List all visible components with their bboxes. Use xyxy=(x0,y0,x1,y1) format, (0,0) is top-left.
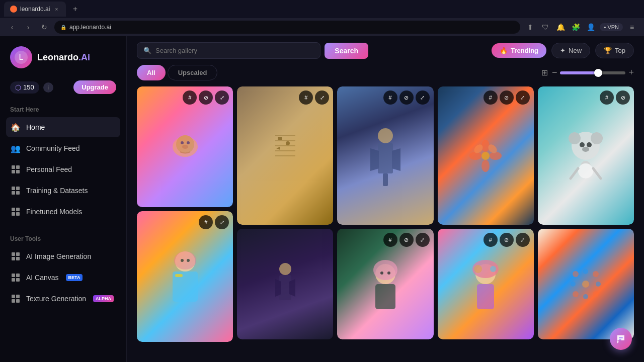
refresh-btn[interactable]: ↻ xyxy=(38,21,50,33)
svg-rect-51 xyxy=(375,284,395,309)
remix-btn-6[interactable]: # xyxy=(383,233,397,247)
image-card-lion[interactable]: # ⊘ ⤢ xyxy=(137,86,233,207)
svg-point-35 xyxy=(187,259,190,262)
image-card-hieroglyph[interactable]: # ⤢ xyxy=(237,86,333,225)
home-label: Home xyxy=(26,123,45,131)
zoom-thumb xyxy=(594,69,602,77)
search-icon: 🔍 xyxy=(143,47,151,54)
expand-btn-3[interactable]: ⤢ xyxy=(416,90,430,105)
extensions-icon[interactable]: 🧩 xyxy=(570,21,582,33)
forward-btn[interactable]: › xyxy=(22,21,34,33)
all-filter-tab[interactable]: All xyxy=(137,65,166,80)
remix-btn-3[interactable]: # xyxy=(383,90,397,105)
sidebar-item-finetuned[interactable]: Finetuned Models xyxy=(6,202,120,222)
remix-btn-7[interactable]: # xyxy=(484,233,498,247)
chat-bubble[interactable] xyxy=(610,328,632,350)
expand-btn-7[interactable]: ⤢ xyxy=(516,233,530,247)
remix-btn-2[interactable]: # xyxy=(299,90,313,105)
search-button[interactable]: Search xyxy=(325,43,368,59)
svg-point-28 xyxy=(181,141,184,144)
sidebar: L Leonardo.Ai ⬡ 150 i Upgrade Start Here… xyxy=(0,36,127,362)
style-btn-1[interactable]: ⊘ xyxy=(199,90,213,105)
style-btn-7[interactable]: ⊘ xyxy=(500,233,514,247)
image-card-warrior[interactable]: # ⊘ ⤢ xyxy=(337,86,433,225)
svg-rect-9 xyxy=(16,191,20,195)
address-bar[interactable]: 🔒 app.leonardo.ai xyxy=(54,21,520,34)
svg-point-53 xyxy=(387,272,390,275)
expand-btn-4[interactable]: ⤢ xyxy=(516,90,530,105)
notification-icon[interactable]: 🔔 xyxy=(554,21,567,33)
remix-btn-5[interactable]: # xyxy=(199,215,213,229)
new-button[interactable]: ✦ New xyxy=(551,43,590,58)
profile-icon[interactable]: 👤 xyxy=(585,21,597,33)
sidebar-item-personal-feed[interactable]: Personal Feed xyxy=(6,159,120,179)
style-btn-k[interactable]: ⊘ xyxy=(616,90,630,105)
search-input[interactable] xyxy=(155,47,314,54)
browser-chrome: leonardo.ai × + ‹ › ↻ 🔒 app.leonardo.ai … xyxy=(0,0,644,36)
tab-favicon xyxy=(10,6,17,13)
sidebar-item-ai-image[interactable]: AI Image Generation xyxy=(6,246,120,266)
upscaled-filter-tab[interactable]: Upscaled xyxy=(168,65,218,80)
logo-area: L Leonardo.Ai xyxy=(6,44,120,70)
top-button[interactable]: 🏆 Top xyxy=(595,43,634,58)
svg-rect-4 xyxy=(12,170,15,173)
image-card-floral-pattern[interactable] xyxy=(538,229,634,339)
zoom-slider[interactable] xyxy=(560,71,625,74)
upgrade-button[interactable]: Upgrade xyxy=(73,80,116,94)
logo-text: Leonardo.Ai xyxy=(37,52,90,63)
zoom-plus[interactable]: + xyxy=(628,67,634,78)
image-card-koala[interactable]: # ⊘ xyxy=(538,86,634,225)
svg-point-58 xyxy=(490,152,502,160)
image-column-3: # ⊘ ⤢ xyxy=(337,86,433,352)
image-card-dark-warrior[interactable] xyxy=(237,229,333,339)
flowers-overlay: # ⊘ ⤢ xyxy=(484,90,530,105)
expand-btn-1[interactable]: ⤢ xyxy=(215,90,229,105)
hieroglyph-image xyxy=(237,86,333,225)
pink-hair-overlay: # ⊘ ⤢ xyxy=(383,233,430,247)
image-card-pink-hair[interactable]: # ⊘ ⤢ xyxy=(337,229,433,339)
image-card-colorful-girl[interactable]: # ⊘ ⤢ xyxy=(438,229,534,339)
remix-btn-k[interactable]: # xyxy=(600,90,614,105)
grid-view-icon[interactable]: ⊞ xyxy=(541,68,548,77)
expand-btn-2[interactable]: ⤢ xyxy=(315,90,329,105)
shield-icon[interactable]: 🛡 xyxy=(539,21,551,33)
sidebar-item-texture[interactable]: Texture Generation ALPHA xyxy=(6,289,120,309)
remix-btn-4[interactable]: # xyxy=(484,90,498,105)
svg-point-70 xyxy=(587,142,592,147)
zoom-minus[interactable]: − xyxy=(552,67,557,78)
info-icon[interactable]: i xyxy=(43,82,53,93)
svg-rect-6 xyxy=(12,187,15,190)
expand-btn-5[interactable]: ⤢ xyxy=(215,215,229,229)
style-btn-4[interactable]: ⊘ xyxy=(500,90,514,105)
share-icon[interactable]: ⬆ xyxy=(524,21,536,33)
expand-btn-6[interactable]: ⤢ xyxy=(416,233,430,247)
trending-button[interactable]: 🔥 Trending xyxy=(492,43,546,58)
svg-rect-86 xyxy=(619,339,621,340)
active-tab[interactable]: leonardo.ai × xyxy=(4,2,66,17)
svg-point-34 xyxy=(181,259,184,262)
image-card-flowers[interactable]: # ⊘ ⤢ xyxy=(438,86,534,225)
sidebar-item-ai-canvas[interactable]: AI Canvas BETA xyxy=(6,267,120,288)
sidebar-item-community-feed[interactable]: 👥 Community Feed xyxy=(6,138,120,158)
menu-icon[interactable]: ≡ xyxy=(626,21,638,33)
new-tab-btn[interactable]: + xyxy=(68,2,82,16)
tab-close-btn[interactable]: × xyxy=(53,6,60,13)
zoom-slider-container: − + xyxy=(552,67,634,78)
sidebar-item-training[interactable]: Training & Datasets xyxy=(6,180,120,201)
remix-btn-1[interactable]: # xyxy=(183,90,197,105)
style-btn-3[interactable]: ⊘ xyxy=(399,90,414,105)
svg-point-46 xyxy=(378,128,393,143)
svg-rect-7 xyxy=(16,187,20,190)
svg-point-57 xyxy=(469,152,481,160)
sidebar-item-home[interactable]: 🏠 Home xyxy=(6,117,120,137)
style-btn-6[interactable]: ⊘ xyxy=(399,233,414,247)
image-card-anime-girl[interactable]: # ⤢ xyxy=(137,211,233,342)
warrior-overlay: # ⊘ ⤢ xyxy=(383,90,430,105)
home-icon: 🏠 xyxy=(10,122,21,133)
back-btn[interactable]: ‹ xyxy=(6,21,18,33)
dark-warrior-image xyxy=(237,229,333,339)
ai-image-label: AI Image Generation xyxy=(26,252,91,260)
svg-rect-2 xyxy=(12,165,15,169)
filter-bar: All Upscaled ⊞ − + xyxy=(127,65,644,86)
texture-label: Texture Generation xyxy=(26,295,86,303)
